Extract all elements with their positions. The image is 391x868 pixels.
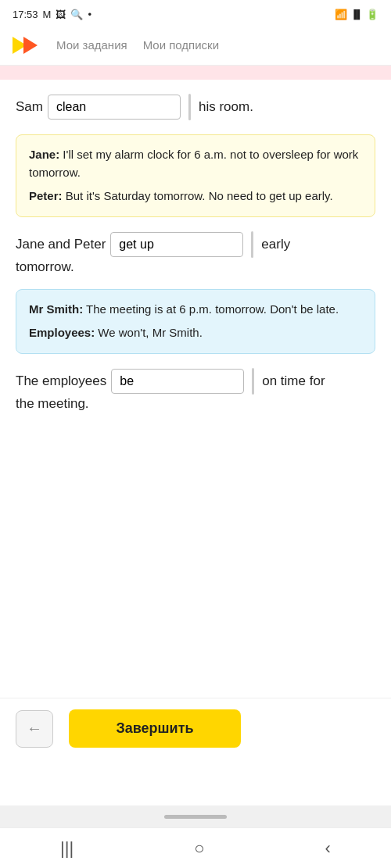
- home-indicator-bar: [164, 815, 227, 819]
- dialogue2-line2: Employees: We won't, Mr Smith.: [29, 324, 362, 342]
- content: Sam his room. Jane: I'll set my alarm cl…: [0, 80, 391, 698]
- status-m-icon: M: [43, 9, 52, 20]
- status-dot: •: [88, 9, 91, 20]
- status-right: 📶 ▐▌ 🔋: [335, 9, 378, 20]
- sys-nav-home[interactable]: ○: [194, 838, 204, 859]
- nav-links: Мои задания Мои подписки: [56, 38, 219, 52]
- logo-arrow-red: [23, 37, 38, 54]
- dialogue1-line1: Jane: I'll set my alarm clock for 6 a.m.…: [29, 146, 362, 181]
- dialogue-box-1: Jane: I'll set my alarm clock for 6 a.m.…: [16, 134, 375, 217]
- exercise2-line2: tomorrow.: [16, 259, 375, 275]
- dialogue2-speaker2: Employees:: [29, 326, 95, 339]
- exercise3-input[interactable]: [111, 369, 244, 394]
- dialogue1-text1: I'll set my alarm clock for 6 a.m. not t…: [29, 148, 358, 179]
- dialogue2-speaker1: Mr Smith:: [29, 302, 83, 316]
- status-search-icon: 🔍: [70, 9, 83, 20]
- exercise3-suffix: the meeting.: [16, 396, 89, 411]
- exercise-row-3: The employees on time for the meeting.: [16, 368, 375, 412]
- exercise-row-1: Sam his room.: [16, 94, 375, 120]
- exercise2-divider: [251, 231, 253, 258]
- exercise3-prefix: The employees: [16, 373, 106, 389]
- pink-strip: [0, 66, 391, 80]
- sys-nav-menu[interactable]: |||: [60, 838, 74, 859]
- exercise1-suffix: his room.: [199, 99, 253, 115]
- exercise3-divider: [252, 368, 254, 395]
- finish-button[interactable]: Завершить: [69, 709, 241, 748]
- back-button[interactable]: ←: [16, 710, 53, 748]
- exercise2-line1: Jane and Peter early: [16, 231, 375, 258]
- exercise1-input[interactable]: [48, 95, 181, 120]
- bottom-space: [0, 759, 391, 805]
- status-left: 17:53 M 🖼 🔍 •: [13, 9, 91, 20]
- status-time: 17:53: [13, 9, 38, 20]
- battery-icon: 🔋: [366, 9, 378, 20]
- exercise1-prefix: Sam: [16, 99, 43, 115]
- home-indicator: [0, 805, 391, 827]
- exercise3-line1: The employees on time for: [16, 368, 375, 395]
- nav-my-tasks[interactable]: Мои задания: [56, 38, 127, 52]
- logo: [13, 37, 44, 54]
- sys-nav-back[interactable]: ‹: [325, 838, 331, 859]
- dialogue1-line2: Peter: But it's Saturday tomorrow. No ne…: [29, 188, 362, 205]
- dialogue2-line1: Mr Smith: The meeting is at 6 p.m. tomor…: [29, 301, 362, 319]
- dialogue1-speaker1: Jane:: [29, 148, 59, 161]
- signal-icon: ▐▌: [350, 9, 363, 19]
- status-bar: 17:53 M 🖼 🔍 • 📶 ▐▌ 🔋: [0, 0, 391, 25]
- exercise2-prefix: Jane and Peter: [16, 237, 106, 252]
- exercise3-middle: on time for: [262, 373, 325, 389]
- wifi-icon: 📶: [335, 9, 347, 20]
- bottom-nav: ← Завершить: [0, 698, 391, 759]
- exercise2-input[interactable]: [110, 232, 243, 257]
- dialogue2-text2: We won't, Mr Smith.: [95, 326, 203, 339]
- dialogue2-text1: The meeting is at 6 p.m. tomorrow. Don't…: [83, 302, 339, 316]
- exercise3-line2: the meeting.: [16, 396, 375, 412]
- exercise2-suffix: early: [261, 237, 290, 252]
- exercise1-divider: [188, 94, 191, 120]
- navbar: Мои задания Мои подписки: [0, 25, 391, 66]
- exercise2-suffix2: tomorrow.: [16, 259, 74, 274]
- nav-my-subscriptions[interactable]: Мои подписки: [143, 38, 219, 52]
- dialogue1-text2: But it's Saturday tomorrow. No need to g…: [63, 189, 333, 202]
- dialogue1-speaker2: Peter:: [29, 189, 63, 202]
- dialogue-box-2: Mr Smith: The meeting is at 6 p.m. tomor…: [16, 289, 375, 354]
- status-camera-icon: 🖼: [56, 9, 66, 20]
- system-navbar: ||| ○ ‹: [0, 827, 391, 868]
- exercise-row-2: Jane and Peter early tomorrow.: [16, 231, 375, 275]
